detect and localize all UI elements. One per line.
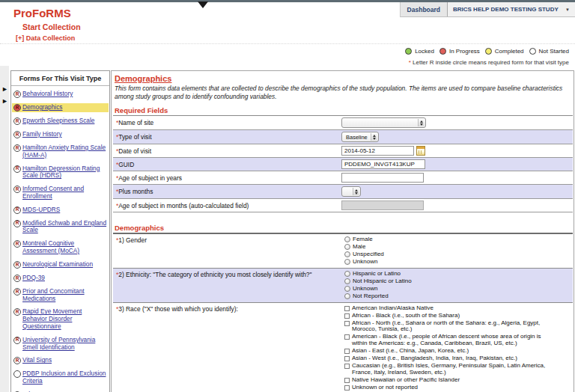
option-radio[interactable]: Unknown (344, 259, 552, 266)
study-selector[interactable]: BRICS HELP DEMO TESTING STUDY ▼ (448, 2, 575, 16)
sidebar-item[interactable]: RVital Signs (12, 356, 109, 365)
pointer-arrow-icon: ► (1, 97, 8, 105)
sidebar-item[interactable]: REpworth Sleepiness Scale (12, 117, 109, 126)
option-checkbox[interactable]: African - North (i.e., Sahara or north o… (344, 320, 552, 334)
years-input[interactable] (341, 173, 424, 183)
option-label: Hispanic or Latino (353, 271, 401, 278)
sidebar-item-label[interactable]: MDS-UPDRS (22, 206, 60, 214)
calendar-icon[interactable] (416, 146, 425, 156)
option-checkbox[interactable]: American Indian/Alaska Native (344, 305, 552, 312)
date-input[interactable]: 2014-05-12 (341, 146, 414, 156)
required-asterisk: * (116, 147, 118, 155)
radio-button-icon[interactable] (344, 259, 350, 265)
sidebar-item[interactable]: RModified Schwab and England Scale (12, 219, 109, 236)
status-dot-not-started (529, 48, 536, 55)
data-collection-link[interactable]: [+] Data Collection (16, 34, 75, 42)
sidebar-item[interactable]: RDemographics (12, 103, 109, 112)
status-dot-completed (485, 48, 492, 55)
required-field-row: *Plus months (113, 185, 573, 199)
checkbox-icon[interactable] (344, 349, 350, 354)
option-radio[interactable]: Hispanic or Latino (344, 271, 552, 278)
sidebar-item-label[interactable]: PDQ-39 (22, 275, 45, 282)
field-control (341, 116, 573, 129)
question-label: *3) Race ("X" those with which you ident… (113, 303, 341, 392)
sidebar-item[interactable]: RMontreal Cognitive Assessment (MoCA) (12, 239, 109, 256)
select-stepper-icon (371, 133, 377, 141)
legend-note: * Letter R inside circle means required … (409, 59, 569, 66)
option-radio[interactable]: Unspecified (344, 251, 552, 258)
sidebar-item-label[interactable]: Vital Signs (22, 357, 52, 364)
form-status-circle-icon: R (13, 261, 21, 269)
sidebar-item-label[interactable]: Hamilton Depression Rating Scale (HDRS) (22, 165, 108, 180)
radio-button-icon[interactable] (344, 293, 350, 299)
sidebar-item-label[interactable]: Demographics (22, 104, 63, 111)
question-options: Hispanic or LatinoNot Hispanic or Latino… (341, 269, 573, 302)
option-checkbox[interactable]: Asian - West (i.e., Bangladesh, India, I… (344, 355, 552, 362)
radio-button-icon[interactable] (344, 244, 350, 250)
sidebar-item[interactable]: RUniversity of Pennsylvania Smell Identi… (12, 336, 109, 352)
sidebar-item-label[interactable]: PDBP Inclusion and Exclusion Criteria (22, 370, 108, 385)
option-radio[interactable]: Male (344, 244, 552, 251)
option-checkbox[interactable]: African - Black (i.e., south of the Saha… (344, 313, 552, 319)
required-fields-title: Required Fields (115, 106, 573, 114)
required-asterisk: * (116, 236, 118, 244)
start-collection-link[interactable]: Start Collection (22, 22, 81, 31)
sidebar-item[interactable]: RHamilton Anxiety Rating Scale (HAM-A) (12, 144, 109, 160)
checkbox-icon[interactable] (344, 334, 350, 340)
field-label: *Plus months (113, 186, 341, 197)
site-select[interactable] (341, 117, 426, 128)
sidebar-item[interactable]: PDBP Inclusion and Exclusion Criteria (12, 370, 109, 386)
option-label: Unknown or not reported (352, 385, 418, 391)
sidebar-item[interactable]: RHamilton Depression Rating Scale (HDRS) (12, 165, 109, 181)
sidebar-item-label[interactable]: Informed Consent and Enrollment (22, 186, 108, 200)
option-radio[interactable]: Not Reported (344, 293, 552, 300)
option-checkbox[interactable]: Native Hawaiian or other Pacific Islande… (344, 377, 552, 384)
checkbox-icon[interactable] (344, 306, 350, 311)
up-arrow-icon (420, 120, 423, 123)
sidebar-item-label[interactable]: Modified Schwab and England Scale (22, 220, 108, 235)
sidebar-item[interactable]: RFamily History (12, 130, 109, 139)
checkbox-icon[interactable] (344, 313, 350, 319)
checkbox-icon[interactable] (344, 378, 350, 383)
sidebar-item[interactable]: RPrior and Concomitant Medications (12, 287, 109, 304)
sidebar-item[interactable]: RMDS-UPDRS (12, 206, 109, 215)
option-radio[interactable]: Unknown (344, 286, 552, 293)
sidebar-item-label[interactable]: Family History (22, 131, 62, 138)
visit-select[interactable]: Baseline (341, 132, 379, 142)
guid-input[interactable]: PDDEMO_INVGT413KUP (341, 159, 425, 169)
question-options: FemaleMaleUnspecifiedUnknown (341, 234, 573, 268)
sidebar-item[interactable]: RPDQ-39 (12, 274, 109, 283)
dashboard-link[interactable]: Dashboard (401, 2, 448, 16)
sidebar-item[interactable]: RRapid Eye Movement Behavior Disorder Qu… (12, 307, 109, 331)
option-checkbox[interactable]: American - Black (i.e., people of Africa… (344, 334, 552, 347)
option-radio[interactable]: Female (344, 236, 552, 243)
option-radio[interactable]: Not Hispanic or Latino (344, 278, 552, 285)
legend-label: In Progress (449, 48, 480, 55)
sidebar-item-label[interactable]: Prior and Concomitant Medications (22, 288, 108, 303)
sidebar-item-label[interactable]: Rapid Eye Movement Behavior Disorder Que… (22, 308, 108, 330)
sidebar-item-label[interactable]: Montreal Cognitive Assessment (MoCA) (22, 240, 108, 255)
option-checkbox[interactable]: Unknown or not reported (344, 385, 552, 391)
checkbox-icon[interactable] (344, 385, 350, 391)
sidebar-item-label[interactable]: Epworth Sleepiness Scale (22, 117, 94, 125)
checkbox-icon[interactable] (344, 321, 350, 326)
sidebar-item-label[interactable]: Neurological Examination (22, 261, 93, 269)
sidebar-item[interactable]: RNeurological Examination (12, 260, 109, 269)
option-label: Not Hispanic or Latino (353, 278, 412, 285)
radio-button-icon[interactable] (344, 271, 350, 277)
sidebar-item-label[interactable]: Behavioral History (22, 91, 73, 98)
sidebar-item-label[interactable]: University of Pennsylvania Smell Identif… (22, 337, 108, 352)
radio-button-icon[interactable] (344, 236, 350, 242)
radio-button-icon[interactable] (344, 251, 350, 257)
months-select[interactable] (341, 186, 361, 197)
sidebar-item[interactable]: RBehavioral History (12, 90, 109, 99)
option-label: Not Reported (353, 293, 389, 300)
option-checkbox[interactable]: Asian - East (i.e., China, Japan, Korea,… (344, 348, 552, 355)
sidebar-item[interactable]: RInformed Consent and Enrollment (12, 185, 109, 201)
checkbox-icon[interactable] (344, 364, 350, 369)
radio-button-icon[interactable] (344, 278, 350, 284)
checkbox-icon[interactable] (344, 356, 350, 361)
radio-button-icon[interactable] (344, 286, 350, 292)
option-checkbox[interactable]: Caucasian (e.g., British Isles, Germany,… (344, 363, 552, 376)
sidebar-item-label[interactable]: Hamilton Anxiety Rating Scale (HAM-A) (22, 144, 108, 159)
